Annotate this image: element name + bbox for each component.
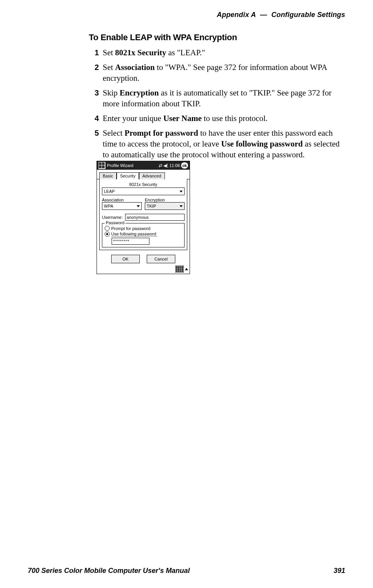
section-title: To Enable LEAP with WPA Encryption <box>89 32 345 43</box>
tab-strip: Basic Security Advanced <box>97 170 190 179</box>
chevron-down-icon <box>179 204 183 208</box>
group-password: Password Prompt for password Use followi… <box>102 223 185 247</box>
step-3: 3 Skip Encryption as it is automatically… <box>89 87 345 109</box>
label-prompt: Prompt for password <box>111 226 150 231</box>
input-password[interactable]: ******** <box>112 238 149 245</box>
step-2: 2 Set Association to "WPA." See page 372… <box>89 62 345 84</box>
window-title: Profile Wizard <box>107 163 157 168</box>
tab-basic[interactable]: Basic <box>99 172 117 179</box>
system-tray: ⇄ ◀ξ 11:06 ok <box>159 162 188 169</box>
combo-association[interactable]: WPA <box>102 202 142 210</box>
step-5: 5 Select Prompt for password to have the… <box>89 128 345 160</box>
input-username[interactable]: anonymous <box>125 214 185 221</box>
footer-page-number: 391 <box>334 567 345 575</box>
combo-8021x-security[interactable]: LEAP <box>102 187 185 195</box>
ok-button[interactable]: ok <box>181 162 188 169</box>
keyboard-icon[interactable] <box>175 266 184 273</box>
step-text: Set 8021x Security as "LEAP." <box>103 47 205 58</box>
step-number: 5 <box>89 128 99 138</box>
step-number: 4 <box>89 113 99 124</box>
volume-icon: ◀ξ <box>163 163 168 168</box>
button-bar: OK Cancel <box>97 252 190 265</box>
footer-manual-title: 700 Series Color Mobile Computer User's … <box>28 567 190 575</box>
page-header: Appendix A — Configurable Settings <box>217 11 346 19</box>
connectivity-icon: ⇄ <box>159 163 162 168</box>
combo-association-value: WPA <box>104 204 113 208</box>
label-encryption: Encryption <box>145 198 185 202</box>
header-section: Configurable Settings <box>271 11 345 19</box>
combo-encryption[interactable]: TKIP <box>145 202 185 210</box>
header-dash: — <box>258 11 269 19</box>
combo-8021x-value: LEAP <box>104 189 115 194</box>
sip-up-icon[interactable] <box>185 268 188 270</box>
step-text: Set Association to "WPA." See page 372 f… <box>103 62 345 84</box>
legend-password: Password <box>105 220 125 225</box>
content-area: To Enable LEAP with WPA Encryption 1 Set… <box>89 32 345 164</box>
step-text: Enter your unique User Name to use this … <box>103 113 268 124</box>
tab-security[interactable]: Security <box>117 172 139 179</box>
clock-text: 11:06 <box>169 163 180 168</box>
step-text: Select Prompt for password to have the u… <box>103 128 345 160</box>
step-number: 3 <box>89 87 99 98</box>
label-usefollow: Use following password: <box>111 232 157 237</box>
sip-bar <box>97 265 190 274</box>
radio-prompt[interactable] <box>105 226 110 231</box>
combo-encryption-value: TKIP <box>147 204 156 208</box>
start-icon[interactable] <box>98 162 105 169</box>
label-8021x-security: 8021x Security <box>102 182 185 187</box>
ok-dialog-button[interactable]: OK <box>111 255 140 263</box>
profile-wizard-window: Profile Wizard ⇄ ◀ξ 11:06 ok Basic Secur… <box>97 161 190 274</box>
label-username: Username: <box>102 215 123 220</box>
header-appendix: Appendix A <box>217 11 256 19</box>
tab-advanced[interactable]: Advanced <box>139 172 165 179</box>
step-number: 2 <box>89 62 99 73</box>
cancel-button[interactable]: Cancel <box>147 255 175 263</box>
input-password-value: ******** <box>113 239 129 244</box>
step-text: Skip Encryption as it is automatically s… <box>103 87 345 109</box>
security-panel: 8021x Security LEAP Association WPA Encr… <box>99 179 187 250</box>
input-username-value: anonymous <box>127 215 149 220</box>
step-number: 1 <box>89 47 99 58</box>
window-titlebar: Profile Wizard ⇄ ◀ξ 11:06 ok <box>97 161 190 170</box>
radio-prompt-row[interactable]: Prompt for password <box>105 226 182 231</box>
steps-list: 1 Set 8021x Security as "LEAP." 2 Set As… <box>89 47 345 160</box>
chevron-down-icon <box>136 204 141 208</box>
radio-usefollow-row[interactable]: Use following password: <box>105 232 182 237</box>
step-1: 1 Set 8021x Security as "LEAP." <box>89 47 345 58</box>
step-4: 4 Enter your unique User Name to use thi… <box>89 113 345 124</box>
radio-usefollow[interactable] <box>105 232 110 237</box>
label-association: Association <box>102 198 142 202</box>
chevron-down-icon <box>179 189 183 194</box>
